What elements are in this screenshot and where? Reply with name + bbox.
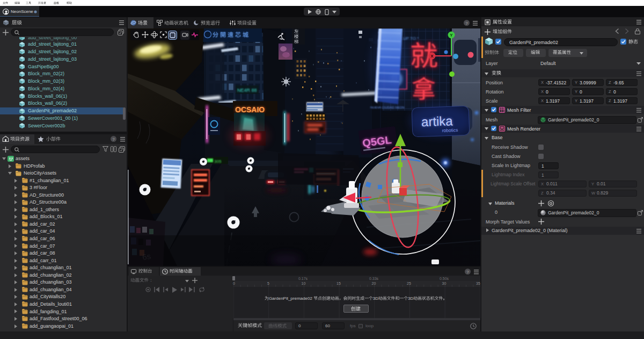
svg-text:OCSAIO: OCSAIO [235,105,265,114]
svg-text:UP TO *: UP TO * [403,36,419,41]
svg-text:Y: Y [450,33,453,38]
svg-text:?: ? [466,270,469,275]
svg-text:3D: 3D [373,296,378,301]
svg-text:305: 305 [214,159,222,164]
svg-text:?: ? [465,21,468,26]
svg-text:?: ? [112,137,115,142]
svg-text:3D: 3D [408,296,413,301]
svg-text:X: X [430,54,434,59]
svg-text:NUEVA CIUDAD NEON: NUEVA CIUDAD NEON [370,106,405,109]
svg-text:NE4R 88: NE4R 88 [237,88,257,93]
svg-text:GardenPit_premade02: GardenPit_premade02 [269,296,312,301]
